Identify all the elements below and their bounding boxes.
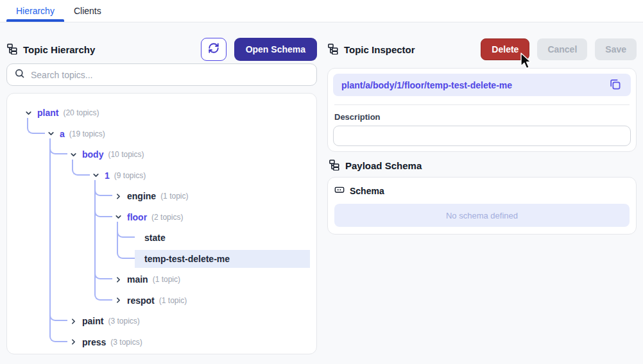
schema-label: Schema bbox=[350, 186, 384, 196]
tree-node-label: main bbox=[127, 274, 148, 285]
tree-elbow-line bbox=[94, 180, 112, 196]
tree-elbow-line bbox=[49, 138, 67, 154]
payload-schema-title: Payload Schema bbox=[345, 160, 422, 171]
tree-node-label: 1 bbox=[105, 170, 110, 181]
tree-node-plant[interactable]: plant(20 topics) bbox=[22, 104, 310, 122]
hierarchy-icon bbox=[6, 43, 18, 56]
no-schema-text: No schema defined bbox=[446, 211, 518, 220]
topic-inspector-title: Topic Inspector bbox=[327, 43, 415, 56]
tree-node-label: engine bbox=[127, 191, 156, 201]
topic-inspector-title-text: Topic Inspector bbox=[344, 44, 415, 55]
copy-button[interactable] bbox=[608, 77, 622, 94]
search-icon bbox=[14, 68, 25, 81]
chevron-down-icon[interactable] bbox=[69, 151, 78, 159]
save-button[interactable]: Save bbox=[595, 38, 637, 60]
tree-elbow-line bbox=[94, 201, 112, 217]
hierarchy-icon bbox=[327, 43, 339, 56]
tree-node-count: (1 topic) bbox=[159, 296, 187, 305]
tree-node-count: (19 topics) bbox=[69, 129, 105, 138]
tree-node-body[interactable]: body(10 topics) bbox=[67, 145, 310, 163]
topic-hierarchy-title-text: Topic Hierarchy bbox=[23, 44, 95, 55]
tree-node-state[interactable]: state bbox=[135, 229, 310, 247]
left-header-buttons: Open Schema bbox=[201, 38, 317, 61]
chevron-down-icon[interactable] bbox=[24, 109, 33, 117]
top-tab-bar: Hierarchy Clients bbox=[0, 0, 643, 22]
topic-inspector-header: Topic Inspector Delete Cancel Save bbox=[327, 37, 637, 62]
schema-row: Schema bbox=[334, 185, 630, 197]
chevron-right-icon[interactable] bbox=[69, 338, 78, 346]
tree-node-count: (3 topics) bbox=[108, 317, 139, 326]
tree-row-press: press(3 topics) bbox=[7, 332, 316, 353]
inspector-buttons: Delete Cancel Save bbox=[481, 38, 637, 60]
app-window: Hierarchy Clients Topic Hierarchy bbox=[0, 0, 643, 364]
tree-node-main[interactable]: main(1 topic) bbox=[112, 270, 310, 288]
tree-elbow-line bbox=[72, 160, 90, 176]
tree-node-paint[interactable]: paint(3 topics) bbox=[67, 312, 310, 330]
payload-schema-card: Schema No schema defined bbox=[327, 177, 637, 235]
hierarchy-icon bbox=[329, 159, 340, 172]
tree-elbow-line bbox=[94, 285, 112, 301]
tree-node-label: paint bbox=[82, 316, 103, 326]
chevron-right-icon[interactable] bbox=[114, 192, 123, 201]
tree-elbow-line bbox=[94, 263, 112, 279]
tree-node-press[interactable]: press(3 topics) bbox=[67, 333, 310, 351]
tree-row-engine: engine(1 topic) bbox=[7, 186, 316, 207]
tab-clients[interactable]: Clients bbox=[64, 0, 111, 22]
tree-node-temp-test-delete-me[interactable]: temp-test-delete-me bbox=[135, 250, 310, 268]
topic-path: plant/a/body/1/floor/temp-test-delete-me bbox=[341, 80, 512, 90]
tree-node-count: (1 topic) bbox=[160, 192, 188, 201]
delete-button[interactable]: Delete bbox=[481, 38, 529, 60]
tree-node-label: floor bbox=[127, 212, 147, 222]
tree-node-respot[interactable]: respot(1 topic) bbox=[112, 292, 310, 310]
chevron-down-icon[interactable] bbox=[114, 213, 123, 221]
tab-hierarchy[interactable]: Hierarchy bbox=[6, 0, 64, 22]
tree-node-label: body bbox=[82, 149, 103, 160]
tree-node-label: press bbox=[82, 337, 106, 347]
tree-node-count: (2 topics) bbox=[151, 213, 183, 222]
tree-row-temp-test-delete-me: temp-test-delete-me bbox=[7, 249, 316, 270]
tree-node-label: respot bbox=[127, 295, 155, 306]
tree-row-body: body(10 topics) bbox=[7, 144, 316, 165]
tree-node-a[interactable]: a(19 topics) bbox=[45, 125, 310, 143]
description-input[interactable] bbox=[333, 126, 631, 146]
topic-hierarchy-header: Topic Hierarchy Open Schema bbox=[6, 37, 317, 62]
tree-node-label: temp-test-delete-me bbox=[144, 254, 230, 264]
tree-node-engine[interactable]: engine(1 topic) bbox=[112, 187, 310, 205]
tree-node-label: a bbox=[60, 129, 65, 139]
topic-path-chip: plant/a/body/1/floor/temp-test-delete-me bbox=[333, 74, 631, 96]
tree-node-count: (3 topics) bbox=[110, 338, 142, 347]
cancel-button[interactable]: Cancel bbox=[537, 38, 587, 60]
search-box bbox=[6, 63, 317, 86]
topic-tree-card: plant(20 topics)a(19 topics)body(10 topi… bbox=[6, 93, 317, 354]
tree-row-floor: floor(2 topics) bbox=[7, 207, 316, 228]
refresh-button[interactable] bbox=[201, 38, 227, 61]
refresh-icon bbox=[208, 42, 219, 56]
tree-node-label: plant bbox=[37, 108, 58, 118]
no-schema-box: No schema defined bbox=[334, 204, 630, 227]
copy-icon bbox=[609, 78, 621, 92]
topic-hierarchy-title: Topic Hierarchy bbox=[6, 43, 95, 56]
description-label: Description bbox=[334, 112, 630, 122]
tree-node-label: state bbox=[144, 233, 166, 243]
tree-node-count: (10 topics) bbox=[108, 150, 144, 159]
divider bbox=[334, 104, 630, 105]
tab-hierarchy-label: Hierarchy bbox=[16, 6, 55, 16]
tree-node-count: (20 topics) bbox=[63, 108, 99, 117]
tree-elbow-line bbox=[117, 243, 135, 259]
tree-node-floor[interactable]: floor(2 topics) bbox=[112, 208, 310, 226]
tree-row-1: 1(9 topics) bbox=[7, 165, 316, 186]
tree-elbow-line bbox=[49, 305, 67, 321]
chevron-right-icon[interactable] bbox=[114, 296, 123, 304]
chevron-right-icon[interactable] bbox=[69, 317, 78, 326]
tree-elbow-line bbox=[27, 118, 45, 134]
chevron-down-icon[interactable] bbox=[91, 171, 100, 179]
topic-inspector-card: plant/a/body/1/floor/temp-test-delete-me… bbox=[327, 68, 637, 152]
tab-clients-label: Clients bbox=[74, 6, 101, 16]
open-schema-button[interactable]: Open Schema bbox=[234, 38, 317, 61]
chevron-right-icon[interactable] bbox=[114, 276, 123, 284]
chevron-down-icon[interactable] bbox=[46, 129, 55, 138]
search-input[interactable] bbox=[31, 70, 309, 80]
payload-schema-header: Payload Schema bbox=[329, 158, 422, 173]
tree-node-1[interactable]: 1(9 topics) bbox=[90, 167, 310, 185]
tree-elbow-line bbox=[117, 222, 135, 238]
